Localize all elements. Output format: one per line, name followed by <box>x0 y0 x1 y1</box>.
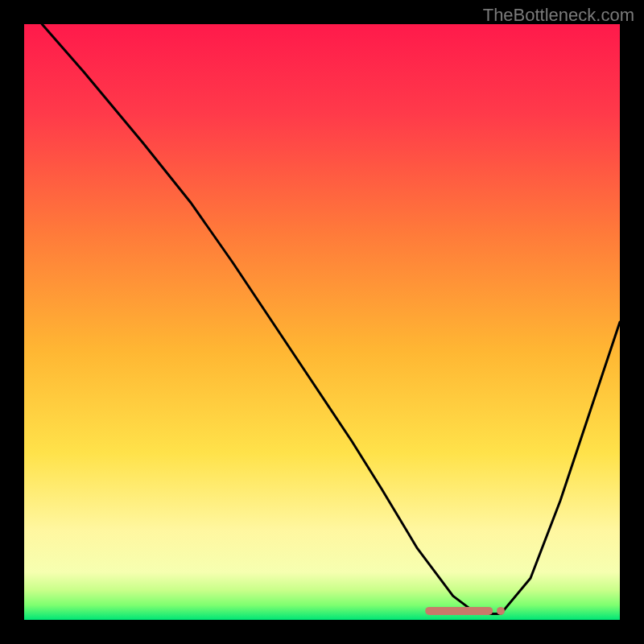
watermark-text: TheBottleneck.com <box>483 5 634 26</box>
chart-svg <box>24 24 620 620</box>
chart-plot-area <box>24 24 620 620</box>
chart-background <box>24 24 620 620</box>
optimal-point-marker <box>497 607 505 615</box>
